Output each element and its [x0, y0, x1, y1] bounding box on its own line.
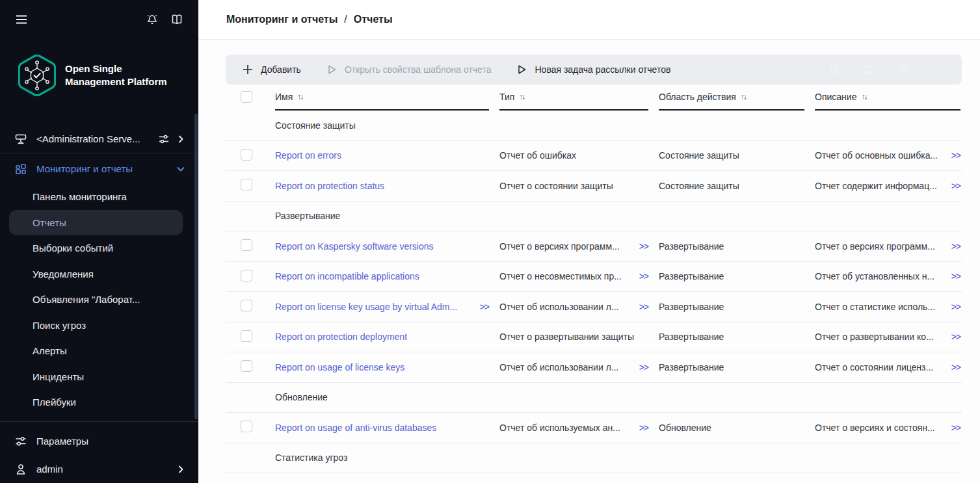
report-link[interactable]: Report on license key usage by virtual A…: [275, 302, 457, 312]
scope-cell: Развертывание: [659, 362, 724, 372]
add-button[interactable]: Добавить: [242, 64, 301, 75]
breadcrumb-current: Отчеты: [354, 14, 393, 25]
sidebar-item-label: Плейбуки: [33, 397, 76, 408]
sidebar-item-user-admin[interactable]: admin: [0, 455, 198, 483]
row-checkbox[interactable]: [241, 300, 252, 311]
group-label: Развертывание: [275, 211, 962, 221]
table-row: Report on Kaspersky software versions От…: [226, 231, 962, 262]
report-link[interactable]: Report on errors: [275, 150, 341, 161]
sidebar-item-label: Поиск угроз: [33, 320, 86, 331]
report-link[interactable]: Report on protection deployment: [275, 332, 407, 342]
main-content: Мониторинг и отчеты / Отчеты Добавить От…: [198, 0, 980, 483]
column-header-scope[interactable]: Область действия ↑↓: [659, 85, 804, 111]
column-header-type[interactable]: Тип ↑↓: [499, 85, 648, 111]
description-cell: Отчет о состоянии лиценз...: [815, 362, 933, 372]
group-label: Статистика угроз: [275, 452, 962, 463]
expand-type-link[interactable]: >>: [639, 362, 648, 372]
search-icon[interactable]: [826, 61, 843, 78]
sidebar-item-event-selections[interactable]: Выборки событий: [9, 235, 183, 261]
sort-arrows-icon: ↑↓: [741, 92, 746, 101]
report-link[interactable]: Report on usage of license keys: [275, 362, 404, 372]
sidebar-item-label: Панель мониторинга: [33, 191, 127, 202]
expand-description-link[interactable]: >>: [951, 181, 960, 191]
sidebar-item-label: Отчеты: [33, 217, 66, 228]
table-row: Report on protection status Отчет о сост…: [226, 171, 962, 202]
sidebar-item-label: Объявления "Лаборат...: [33, 294, 140, 305]
expand-description-link[interactable]: >>: [951, 302, 960, 312]
row-checkbox[interactable]: [241, 421, 252, 432]
column-settings-sliders-icon[interactable]: [860, 61, 877, 78]
type-cell: Отчет о состоянии защиты: [499, 181, 613, 191]
server-settings-sliders-icon[interactable]: [158, 133, 170, 145]
row-checkbox[interactable]: [241, 330, 252, 342]
reports-table: Имя ↑↓ Тип ↑↓ Область действия ↑↓ Описан…: [226, 85, 962, 473]
sidebar-item-incidents[interactable]: Инциденты: [9, 364, 183, 390]
expand-description-link[interactable]: >>: [951, 423, 960, 433]
report-link[interactable]: Report on Kaspersky software versions: [275, 241, 434, 252]
sidebar-item-notifications[interactable]: Уведомления: [9, 261, 183, 287]
expand-description-link[interactable]: >>: [951, 362, 960, 372]
row-checkbox[interactable]: [241, 239, 252, 251]
table-row: Report on errors Отчет об ошибках Состоя…: [226, 141, 962, 172]
notifications-bell-icon[interactable]: [144, 11, 161, 28]
column-header-label: Тип: [499, 92, 514, 102]
type-cell: Отчет об использовании л...: [499, 362, 618, 372]
sidebar-scrollbar[interactable]: [194, 114, 198, 419]
chevron-right-icon[interactable]: [176, 135, 185, 144]
row-checkbox[interactable]: [241, 270, 252, 281]
group-label: Обновление: [275, 392, 962, 402]
sidebar-item-label: Алерты: [33, 345, 67, 356]
scope-cell: Развертывание: [659, 302, 724, 312]
sidebar-item-settings[interactable]: Параметры: [0, 427, 198, 455]
new-report-delivery-task-label: Новая задача рассылки отчетов: [535, 64, 670, 75]
new-report-delivery-task-button[interactable]: Новая задача рассылки отчетов: [516, 64, 670, 75]
documentation-book-icon[interactable]: [168, 11, 185, 28]
type-cell: Отчет об используемых ан...: [499, 423, 620, 433]
sidebar-item-dashboard[interactable]: Панель мониторинга: [9, 184, 183, 210]
toolbar: Добавить Открыть свойства шаблона отчета…: [226, 55, 962, 85]
breadcrumb-parent[interactable]: Мониторинг и отчеты: [226, 14, 338, 25]
row-checkbox[interactable]: [241, 149, 252, 161]
report-link[interactable]: Report on incompatible applications: [275, 271, 419, 281]
sidebar-item-announcements[interactable]: Объявления "Лаборат...: [9, 287, 183, 313]
sidebar-item-label: Уведомления: [33, 268, 94, 280]
scope-cell: Развертывание: [659, 332, 724, 342]
expand-description-link[interactable]: >>: [951, 332, 960, 342]
row-checkbox[interactable]: [241, 360, 252, 372]
row-checkbox[interactable]: [241, 179, 252, 190]
type-cell: Отчет об использовании л...: [499, 302, 618, 312]
expand-type-link[interactable]: >>: [639, 271, 648, 281]
sidebar-item-playbooks[interactable]: Плейбуки: [9, 389, 183, 415]
sidebar-item-administration-server[interactable]: <Administration Serve...: [0, 125, 198, 153]
dashboard-grid-icon: [14, 163, 27, 176]
expand-type-link[interactable]: >>: [639, 241, 648, 252]
column-header-name[interactable]: Имя ↑↓: [275, 85, 489, 111]
description-cell: Отчет о развертывании ко...: [815, 332, 934, 342]
sidebar-item-monitoring-reports[interactable]: Мониторинг и отчеты: [0, 155, 198, 183]
column-header-description[interactable]: Описание ↑↓: [815, 85, 960, 111]
sidebar-item-label: Параметры: [36, 436, 185, 447]
sort-arrows-icon: ↑↓: [861, 92, 866, 101]
plus-icon: [242, 64, 254, 75]
report-link[interactable]: Report on usage of anti-virus databases: [275, 423, 436, 433]
hamburger-menu-icon[interactable]: [13, 11, 30, 28]
description-cell: Отчет о версиях и состоян...: [815, 423, 935, 433]
expand-name-link[interactable]: >>: [480, 302, 489, 312]
more-options-ellipsis-icon[interactable]: [929, 61, 946, 78]
select-all-checkbox[interactable]: [241, 91, 252, 103]
expand-description-link[interactable]: >>: [951, 150, 960, 161]
breadcrumb-separator: /: [344, 14, 347, 25]
sidebar-item-threat-hunting[interactable]: Поиск угроз: [9, 313, 183, 339]
expand-type-link[interactable]: >>: [639, 302, 648, 312]
expand-description-link[interactable]: >>: [951, 271, 960, 281]
sidebar-item-alerts[interactable]: Алерты: [9, 338, 183, 364]
sidebar-item-label: admin: [36, 463, 176, 475]
sidebar-item-reports[interactable]: Отчеты: [9, 210, 183, 236]
type-cell: Отчет о развертывании защиты: [499, 332, 634, 342]
report-link[interactable]: Report on protection status: [275, 181, 384, 191]
filter-funnel-icon[interactable]: [895, 61, 912, 78]
expand-description-link[interactable]: >>: [951, 241, 960, 252]
expand-type-link[interactable]: >>: [639, 423, 648, 433]
scope-cell: Обновление: [659, 423, 711, 433]
server-hub-icon: [14, 133, 27, 146]
